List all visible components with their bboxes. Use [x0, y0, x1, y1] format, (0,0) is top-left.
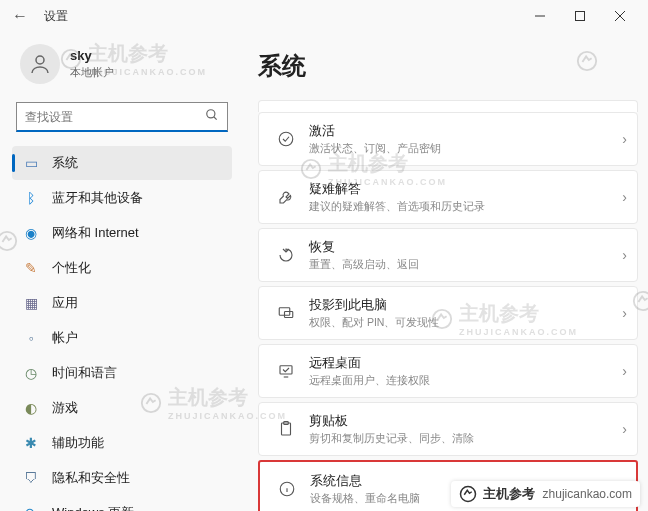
user-name: sky — [70, 48, 114, 63]
svg-point-23 — [460, 487, 475, 502]
footer-badge: 主机参考 zhujicankao.com — [451, 481, 640, 507]
nav-label: 个性化 — [52, 259, 91, 277]
project-icon — [273, 304, 299, 322]
svg-line-6 — [214, 116, 217, 119]
recovery-icon — [273, 246, 299, 264]
nav-update[interactable]: ⟳Windows 更新 — [12, 496, 232, 511]
search-box[interactable] — [16, 102, 228, 132]
maximize-button[interactable] — [560, 0, 600, 32]
panel-desc: 重置、高级启动、返回 — [309, 258, 622, 272]
panel-troubleshoot[interactable]: 疑难解答建议的疑难解答、首选项和历史记录 › — [258, 170, 638, 224]
page-heading: 系统 — [258, 50, 638, 82]
user-block[interactable]: sky 本地帐户 — [12, 32, 232, 102]
panel-recovery[interactable]: 恢复重置、高级启动、返回 › — [258, 228, 638, 282]
apps-icon: ▦ — [22, 295, 40, 311]
nav-accessibility[interactable]: ✱辅助功能 — [12, 426, 232, 460]
search-icon — [205, 108, 219, 126]
check-icon — [273, 130, 299, 148]
panel-projecting[interactable]: 投影到此电脑权限、配对 PIN、可发现性 › — [258, 286, 638, 340]
chevron-right-icon: › — [622, 363, 627, 379]
nav-time[interactable]: ◷时间和语言 — [12, 356, 232, 390]
bluetooth-icon: ᛒ — [22, 190, 40, 206]
accessibility-icon: ✱ — [22, 435, 40, 451]
window-title: 设置 — [44, 8, 68, 25]
remote-icon — [273, 362, 299, 380]
panel-title: 远程桌面 — [309, 355, 622, 372]
nav-label: 隐私和安全性 — [52, 469, 130, 487]
panel-clipboard[interactable]: 剪贴板剪切和复制历史记录、同步、清除 › — [258, 402, 638, 456]
nav-gaming[interactable]: ◐游戏 — [12, 391, 232, 425]
panel-desc: 激活状态、订阅、产品密钥 — [309, 142, 622, 156]
svg-point-4 — [36, 56, 44, 64]
svg-rect-9 — [285, 312, 293, 318]
sidebar: sky 本地帐户 ▭系统 ᛒ蓝牙和其他设备 ◉网络和 Internet ✎个性化… — [0, 32, 240, 511]
svg-rect-1 — [576, 12, 585, 21]
nav-privacy[interactable]: ⛉隐私和安全性 — [12, 461, 232, 495]
clock-icon: ◷ — [22, 365, 40, 381]
panel-list: 激活激活状态、订阅、产品密钥 › 疑难解答建议的疑难解答、首选项和历史记录 › … — [258, 100, 638, 511]
info-icon — [274, 480, 300, 498]
panel-desc: 权限、配对 PIN、可发现性 — [309, 316, 622, 330]
avatar — [20, 44, 60, 84]
nav-label: Windows 更新 — [52, 504, 134, 511]
panel-desc: 剪切和复制历史记录、同步、清除 — [309, 432, 622, 446]
nav-label: 时间和语言 — [52, 364, 117, 382]
svg-point-5 — [207, 109, 215, 117]
search-input[interactable] — [25, 110, 205, 124]
nav-list: ▭系统 ᛒ蓝牙和其他设备 ◉网络和 Internet ✎个性化 ▦应用 ◦帐户 … — [12, 146, 232, 511]
nav-label: 蓝牙和其他设备 — [52, 189, 143, 207]
panel-title: 投影到此电脑 — [309, 297, 622, 314]
nav-label: 应用 — [52, 294, 78, 312]
shield-icon: ⛉ — [22, 470, 40, 486]
nav-accounts[interactable]: ◦帐户 — [12, 321, 232, 355]
panel-title: 剪贴板 — [309, 413, 622, 430]
panel-desc: 远程桌面用户、连接权限 — [309, 374, 622, 388]
panel-activation[interactable]: 激活激活状态、订阅、产品密钥 › — [258, 112, 638, 166]
panel-title: 疑难解答 — [309, 181, 622, 198]
nav-personalization[interactable]: ✎个性化 — [12, 251, 232, 285]
close-button[interactable] — [600, 0, 640, 32]
panel-desc: 建议的疑难解答、首选项和历史记录 — [309, 200, 622, 214]
chevron-right-icon: › — [622, 189, 627, 205]
nav-network[interactable]: ◉网络和 Internet — [12, 216, 232, 250]
main-area: 系统 激活激活状态、订阅、产品密钥 › 疑难解答建议的疑难解答、首选项和历史记录… — [240, 32, 648, 511]
wrench-icon — [273, 188, 299, 206]
clipboard-icon — [273, 420, 299, 438]
wifi-icon: ◉ — [22, 225, 40, 241]
minimize-button[interactable] — [520, 0, 560, 32]
gaming-icon: ◐ — [22, 400, 40, 416]
panel-title: 激活 — [309, 123, 622, 140]
svg-point-7 — [279, 132, 293, 146]
nav-label: 系统 — [52, 154, 78, 172]
chevron-right-icon: › — [622, 131, 627, 147]
panel-title: 恢复 — [309, 239, 622, 256]
chevron-right-icon: › — [622, 305, 627, 321]
chevron-right-icon: › — [622, 247, 627, 263]
chevron-right-icon: › — [622, 421, 627, 437]
panel-remote[interactable]: 远程桌面远程桌面用户、连接权限 › — [258, 344, 638, 398]
nav-label: 网络和 Internet — [52, 224, 139, 242]
back-button[interactable]: ← — [8, 7, 32, 25]
nav-label: 游戏 — [52, 399, 78, 417]
nav-label: 帐户 — [52, 329, 78, 347]
panel-spacer — [258, 100, 638, 112]
accounts-icon: ◦ — [22, 330, 40, 346]
nav-apps[interactable]: ▦应用 — [12, 286, 232, 320]
brush-icon: ✎ — [22, 260, 40, 276]
user-type: 本地帐户 — [70, 65, 114, 80]
nav-bluetooth[interactable]: ᛒ蓝牙和其他设备 — [12, 181, 232, 215]
update-icon: ⟳ — [22, 505, 40, 511]
system-icon: ▭ — [22, 155, 40, 171]
titlebar: ← 设置 — [0, 0, 648, 32]
nav-system[interactable]: ▭系统 — [12, 146, 232, 180]
svg-rect-10 — [280, 366, 292, 374]
nav-label: 辅助功能 — [52, 434, 104, 452]
